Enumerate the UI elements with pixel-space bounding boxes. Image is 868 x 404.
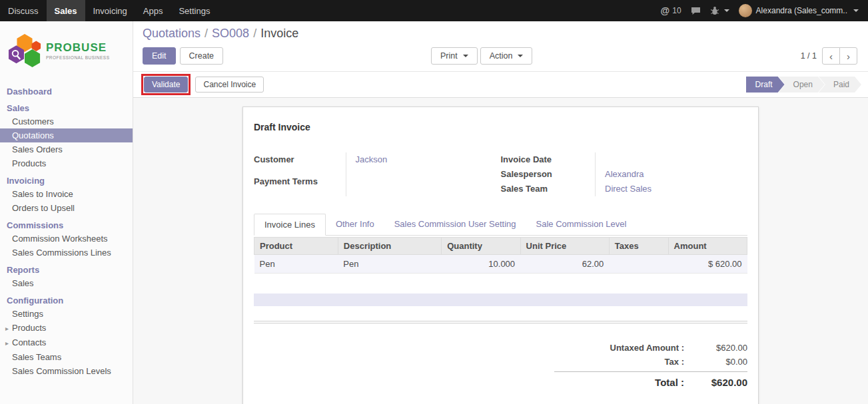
sidebar-menu: Dashboard Sales Customers Quotations Sal… [0, 85, 133, 378]
tax-label: Tax : [665, 357, 684, 367]
topbar-right: @ 10 Alexandra (Sales_comm.. [661, 0, 868, 21]
payment-terms-label: Payment Terms [254, 174, 346, 196]
create-button[interactable]: Create [180, 47, 224, 65]
form-area: Draft Invoice Customer Jackson Payment T… [133, 98, 868, 404]
state-open[interactable]: Open [779, 77, 825, 93]
tab-other-info[interactable]: Other Info [326, 214, 384, 235]
cell-description[interactable]: Pen [338, 255, 441, 274]
sidebar-item-orders-to-upsell[interactable]: Orders to Upsell [0, 201, 133, 215]
top-menus: Discuss Sales Invoicing Apps Settings [0, 0, 218, 21]
total-row: Total : $620.00 [554, 371, 747, 390]
state-draft[interactable]: Draft [746, 77, 785, 93]
sidebar-section-dashboard[interactable]: Dashboard [0, 85, 133, 98]
chevron-down-icon [518, 55, 523, 57]
nav-invoicing[interactable]: Invoicing [85, 0, 135, 21]
salesperson-value[interactable]: Alexandra [596, 167, 748, 182]
sidebar-item-sales-commission-levels[interactable]: Sales Commission Levels [0, 364, 133, 378]
sidebar-item-label: Products [12, 323, 46, 333]
state-paid[interactable]: Paid [819, 77, 861, 93]
tax-row: Tax : $0.00 [554, 355, 747, 369]
sales-team-value[interactable]: Direct Sales [596, 182, 748, 196]
cell-amount[interactable]: $ 620.00 [668, 255, 747, 274]
customer-label: Customer [254, 152, 346, 174]
total-value: $620.00 [684, 377, 747, 388]
mentions-button[interactable]: @ 10 [661, 5, 681, 16]
user-menu[interactable]: Alexandra (Sales_comm.. [739, 4, 859, 17]
cell-product[interactable]: Pen [254, 255, 338, 274]
invoice-line-row[interactable]: Pen Pen 10.000 62.00 $ 620.00 [254, 255, 747, 274]
breadcrumb-current: Invoice [260, 27, 298, 40]
debug-bug-button[interactable] [710, 6, 729, 15]
tab-invoice-lines[interactable]: Invoice Lines [254, 214, 326, 236]
messages-button[interactable] [691, 7, 701, 15]
table-header-row: Product Description Quantity Unit Price … [254, 238, 747, 255]
column-taxes[interactable]: Taxes [609, 238, 668, 255]
validate-button[interactable]: Validate [144, 77, 188, 93]
empty-line-strip [254, 294, 747, 306]
sidebar-item-config-products[interactable]: ▸Products [0, 321, 133, 335]
chevron-down-icon [724, 9, 729, 12]
sidebar-item-sales-commissions-lines[interactable]: Sales Commissions Lines [0, 246, 133, 260]
sidebar-item-quotations[interactable]: Quotations [0, 128, 133, 142]
chat-bubble-icon [691, 7, 701, 15]
nav-discuss[interactable]: Discuss [0, 0, 47, 21]
tab-sales-commission-user-setting[interactable]: Sales Commission User Setting [384, 214, 526, 235]
cancel-invoice-button[interactable]: Cancel Invoice [195, 77, 264, 93]
probuse-logo-icon [8, 32, 41, 69]
sidebar-item-config-contacts[interactable]: ▸Contacts [0, 335, 133, 350]
sidebar-item-reports-sales[interactable]: Sales [0, 276, 133, 290]
pager-next-button[interactable]: › [839, 47, 857, 65]
sidebar-item-sales-to-invoice[interactable]: Sales to Invoice [0, 187, 133, 201]
print-dropdown[interactable]: Print [431, 47, 478, 65]
validate-highlight-annotation: Validate [141, 74, 191, 95]
action-dropdown[interactable]: Action [480, 47, 533, 65]
cell-taxes[interactable] [609, 255, 668, 274]
control-panel: Quotations/SO008/Invoice Edit Create Pri… [133, 21, 868, 71]
untaxed-amount-row: Untaxed Amount : $620.00 [554, 341, 747, 355]
cell-unit-price[interactable]: 62.00 [520, 255, 609, 274]
pager-value[interactable]: 1 / 1 [801, 51, 817, 61]
sidebar-item-commission-worksheets[interactable]: Commission Worksheets [0, 232, 133, 246]
column-quantity[interactable]: Quantity [442, 238, 520, 255]
at-icon: @ [661, 5, 670, 16]
column-unit-price[interactable]: Unit Price [520, 238, 609, 255]
column-product[interactable]: Product [254, 238, 338, 255]
breadcrumb-so008[interactable]: SO008 [212, 27, 249, 40]
breadcrumb-quotations[interactable]: Quotations [143, 27, 201, 40]
sidebar-section-configuration[interactable]: Configuration [0, 294, 133, 307]
sidebar-item-sales-teams[interactable]: Sales Teams [0, 350, 133, 364]
chevron-down-icon [853, 9, 859, 12]
chevron-down-icon [463, 55, 468, 57]
sales-team-label: Sales Team [501, 182, 596, 196]
column-amount[interactable]: Amount [668, 238, 747, 255]
sidebar-section-invoicing[interactable]: Invoicing [0, 174, 133, 187]
expand-arrow-icon: ▸ [5, 323, 12, 334]
column-description[interactable]: Description [338, 238, 441, 255]
avatar [739, 4, 752, 17]
pager-previous-button[interactable]: ‹ [822, 47, 840, 65]
cell-quantity[interactable]: 10.000 [442, 255, 520, 274]
nav-apps[interactable]: Apps [135, 0, 171, 21]
invoice-sheet: Draft Invoice Customer Jackson Payment T… [242, 106, 759, 404]
customer-value[interactable]: Jackson [346, 152, 501, 174]
action-label: Action [490, 51, 513, 61]
logo-text: PROBUSE PROFESSIONAL BUSINESS [46, 42, 110, 60]
sidebar-section-commissions[interactable]: Commissions [0, 219, 133, 232]
edit-button[interactable]: Edit [143, 47, 176, 65]
sidebar-item-settings[interactable]: Settings [0, 307, 133, 321]
tax-value: $0.00 [684, 357, 747, 367]
nav-sales[interactable]: Sales [47, 0, 85, 21]
bug-icon [710, 6, 719, 15]
sidebar-item-customers[interactable]: Customers [0, 114, 133, 128]
sidebar-item-sales-orders[interactable]: Sales Orders [0, 142, 133, 156]
tab-sale-commission-level[interactable]: Sale Commission Level [526, 214, 637, 235]
sidebar-section-reports[interactable]: Reports [0, 264, 133, 276]
nav-settings[interactable]: Settings [171, 0, 218, 21]
sidebar: PROBUSE PROFESSIONAL BUSINESS Dashboard … [0, 21, 133, 404]
sidebar-item-products[interactable]: Products [0, 156, 133, 170]
total-label: Total : [655, 377, 684, 388]
mention-count: 10 [672, 6, 681, 15]
app-logo: PROBUSE PROFESSIONAL BUSINESS [0, 21, 133, 81]
sidebar-section-sales[interactable]: Sales [0, 102, 133, 114]
invoice-title: Draft Invoice [254, 122, 747, 132]
